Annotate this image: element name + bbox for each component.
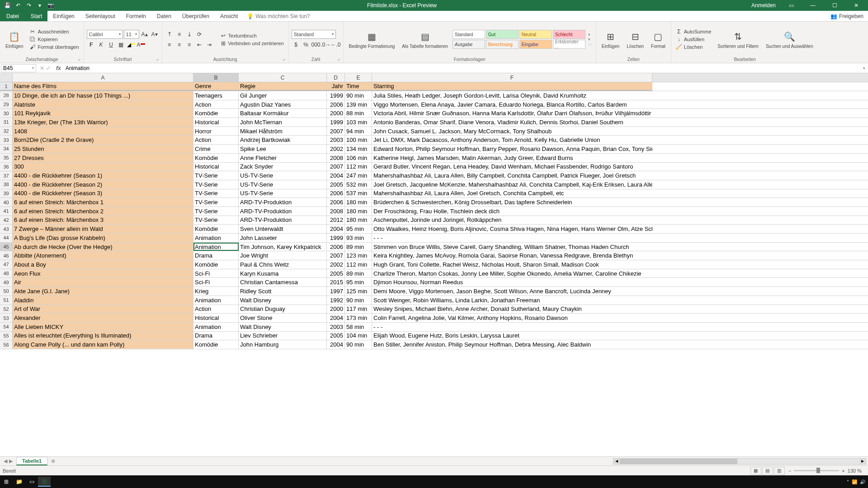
cell-D[interactable]: 2006 (327, 100, 345, 109)
cell-C[interactable]: US-TV-Serie (239, 189, 327, 198)
row-head[interactable]: 36 (0, 163, 13, 171)
row-head[interactable]: 34 (0, 145, 13, 153)
cell-E[interactable]: 100 min (345, 136, 372, 144)
cell-B[interactable]: Action (193, 100, 239, 109)
row-head[interactable]: 32 (0, 127, 13, 136)
cell-C[interactable]: John McTiernan (239, 118, 327, 127)
conditional-formatting-button[interactable]: ▦Bedingte Formatierung (346, 23, 398, 56)
header-A[interactable]: Name des Films (13, 82, 193, 91)
tab-insert[interactable]: Einfügen (47, 11, 80, 21)
cell-F[interactable]: Mahershalhashbaz Ali, Laura Allen, Billy… (372, 171, 652, 180)
number-format-select[interactable]: Standard▾ (292, 30, 336, 39)
cell-F[interactable]: Keira Knightley, James McAvoy, Romola Ga… (372, 251, 652, 260)
cell-E[interactable]: 95 min (345, 278, 372, 286)
tray-network-icon[interactable]: 📶 (852, 479, 857, 484)
cell-E[interactable]: 180 min (345, 207, 372, 216)
row-head[interactable]: 52 (0, 305, 13, 314)
cell-D[interactable]: 2002 (327, 260, 345, 269)
cell-E[interactable]: 90 min (345, 91, 372, 100)
cell-B[interactable]: Komödie (193, 109, 239, 117)
cell-E[interactable]: 139 min (345, 100, 372, 109)
cell-E[interactable]: 173 min (345, 314, 372, 322)
ribbon-options-icon[interactable]: ▭ (781, 0, 801, 11)
cell-B[interactable]: Sci-Fi (193, 278, 239, 286)
gallery-down-icon[interactable]: ▾ (588, 37, 592, 42)
cell-B[interactable]: Komödie (193, 340, 239, 349)
font-color-button[interactable]: A (137, 40, 146, 49)
align-middle-icon[interactable]: ≡ (175, 30, 184, 39)
row-head[interactable]: 54 (0, 323, 13, 331)
cell-D[interactable]: 2003 (327, 323, 345, 331)
cell-B[interactable]: Animation (193, 296, 239, 305)
gallery-up-icon[interactable]: ▴ (588, 32, 592, 36)
row-head[interactable]: 56 (0, 340, 13, 349)
cell-E[interactable]: 112 min (345, 260, 372, 269)
row-head[interactable]: 43 (0, 225, 13, 233)
style-berechnung[interactable]: Berechnung (486, 40, 519, 49)
cell-E[interactable]: 123 min (345, 251, 372, 260)
maximize-icon[interactable]: ☐ (825, 0, 844, 11)
autosum-button[interactable]: ΣAutoSumme (674, 28, 713, 35)
cell-B[interactable]: Horror (193, 127, 239, 136)
col-head-A[interactable]: A (13, 73, 193, 82)
decrease-indent-icon[interactable]: ⇤ (195, 40, 204, 49)
cell-A[interactable]: 6 auf einen Streich: Märchenbox 3 (13, 216, 193, 225)
cell-C[interactable]: Karyn Kusama (239, 269, 327, 278)
row-head[interactable]: 29 (0, 100, 13, 109)
font-size-select[interactable]: 11▾ (124, 30, 139, 39)
cell-A[interactable]: A Bug's Life (Das grosse Krabbeln) (13, 234, 193, 242)
align-top-icon[interactable]: ⤒ (165, 30, 174, 39)
cell-E[interactable]: 58 min (345, 323, 372, 331)
cell-E[interactable]: 537 min (345, 189, 372, 198)
col-head-B[interactable]: B (193, 73, 239, 82)
cell-D[interactable]: 2008 (327, 154, 345, 162)
system-tray[interactable]: ˄ 📶 🔊 (844, 479, 868, 484)
cell-C[interactable]: Sven Unterwaldt (239, 225, 327, 233)
row-head[interactable]: 55 (0, 332, 13, 340)
taskbar-file-explorer[interactable]: 📁 (13, 477, 25, 487)
bold-button[interactable]: F (87, 40, 96, 49)
cell-B[interactable]: Action (193, 136, 239, 144)
cell-D[interactable]: 2004 (327, 225, 345, 233)
cell-E[interactable]: 103 min (345, 118, 372, 127)
style-eingabe[interactable]: Eingabe (519, 40, 552, 49)
col-head-C[interactable]: C (239, 73, 327, 82)
cell-D[interactable]: 2008 (327, 207, 345, 216)
cell-F[interactable]: - - - (372, 323, 652, 331)
cell-C[interactable]: Ridley Scott (239, 287, 327, 296)
cell-C[interactable]: Andrzej Bartkowiak (239, 136, 327, 144)
name-box[interactable]: B45▾ (1, 64, 36, 72)
cell-A[interactable]: 4400 - die Rückkehrer (Season 3) (13, 189, 193, 198)
cell-B[interactable]: Komödie (193, 260, 239, 269)
cell-C[interactable]: ARD-TV-Produktion (239, 216, 327, 225)
cell-D[interactable]: 2004 (327, 340, 345, 349)
cell-E[interactable]: 94 min (345, 127, 372, 136)
cell-E[interactable]: 89 min (345, 243, 372, 251)
minimize-icon[interactable]: — (803, 0, 823, 11)
cell-E[interactable]: 88 min (345, 109, 372, 117)
row-head[interactable]: 33 (0, 136, 13, 144)
italic-button[interactable]: K (97, 40, 106, 49)
row-head[interactable]: 51 (0, 296, 13, 305)
cell-F[interactable]: Gerard Butler, Vincent Regan, Lena Heade… (372, 163, 652, 171)
row-head[interactable]: 30 (0, 109, 13, 117)
style-ausgabe[interactable]: Ausgabe (453, 40, 485, 49)
dialog-launcher-icon[interactable]: ⤢ (156, 58, 159, 62)
cell-A[interactable]: Alatriste (13, 100, 193, 109)
cell-E[interactable]: 134 min (345, 145, 372, 153)
view-page-break-icon[interactable]: ▥ (774, 467, 785, 475)
insert-cells-button[interactable]: ⊞Einfügen (599, 23, 622, 56)
cell-C[interactable]: Baltasar Kormákur (239, 109, 327, 117)
gallery-more-icon[interactable]: ⋯ (588, 42, 592, 47)
cell-D[interactable]: 2006 (327, 189, 345, 198)
header-C[interactable]: Regie (239, 82, 327, 91)
header-F[interactable]: Starring (372, 82, 652, 91)
cell-E[interactable]: 93 min (345, 234, 372, 242)
cell-A[interactable]: Akte Jane (G.I. Jane) (13, 287, 193, 296)
cell-A[interactable]: Air (13, 278, 193, 286)
format-cells-button[interactable]: ▢Format (648, 23, 668, 56)
view-page-layout-icon[interactable]: ▤ (762, 467, 773, 475)
zoom-in-icon[interactable]: + (842, 468, 844, 474)
wrap-text-button[interactable]: ↩Textumbruch (218, 32, 286, 39)
header-B[interactable]: Genre (193, 82, 239, 91)
